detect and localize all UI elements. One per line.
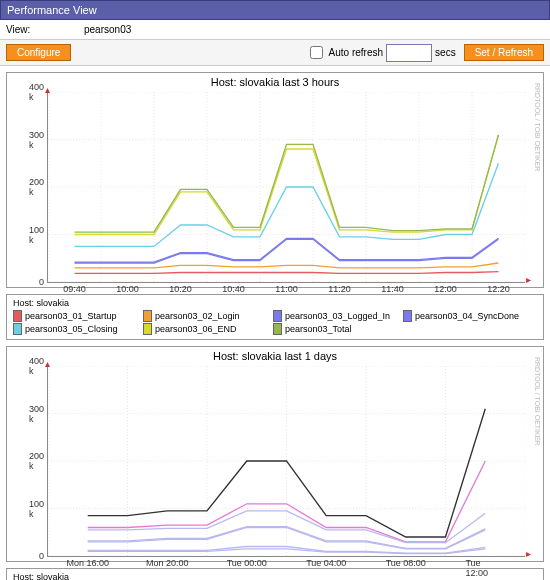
y-tick-label: 300 k	[29, 130, 44, 150]
x-tick-label: 11:40	[381, 284, 404, 294]
toolbar: Configure Auto refresh secs Set / Refres…	[0, 39, 550, 66]
series-line	[75, 135, 499, 235]
x-tick-label: 12:00	[434, 284, 457, 294]
chart-plot: 0100 k200 k300 k400 k09:4010:0010:2010:4…	[47, 92, 525, 283]
legend-swatch	[143, 323, 152, 335]
legend-swatch	[143, 310, 152, 322]
configure-button[interactable]: Configure	[6, 44, 71, 61]
legend-item: pearson03_06_END	[143, 323, 273, 335]
legend-panel: Host: slovakiapearson03_01_Startuppearso…	[6, 568, 544, 580]
view-row: View: pearson03	[0, 20, 550, 39]
legend-item: pearson03_04_SyncDone	[403, 310, 533, 322]
legend-item: pearson03_Total	[273, 323, 403, 335]
legend-swatch	[13, 310, 22, 322]
x-tick-label: Tue 04:00	[306, 558, 346, 568]
legend-label: pearson03_05_Closing	[25, 324, 118, 334]
legend-swatch	[13, 323, 22, 335]
legend-label: pearson03_01_Startup	[25, 311, 117, 321]
y-tick-label: 300 k	[29, 404, 44, 424]
window-titlebar: Performance View	[0, 0, 550, 20]
x-tick-label: 10:40	[222, 284, 245, 294]
chart-plot: 0100 k200 k300 k400 kMon 16:00Mon 20:00T…	[47, 366, 525, 557]
x-tick-label: 10:20	[169, 284, 192, 294]
legend-swatch	[273, 323, 282, 335]
y-tick-label: 200 k	[29, 177, 44, 197]
chart-title: Host: slovakia last 3 hours	[7, 73, 543, 88]
legend-host-label: Host: slovakia	[13, 298, 537, 310]
chart-credit: RRDTOOL / TOBI OETIKER	[534, 83, 541, 171]
view-value: pearson03	[84, 24, 131, 35]
auto-refresh-label: Auto refresh	[329, 47, 383, 58]
chart-credit: RRDTOOL / TOBI OETIKER	[534, 357, 541, 445]
chart-panel: Host: slovakia last 3 hoursRRDTOOL / TOB…	[6, 72, 544, 288]
legend-label: pearson03_Total	[285, 324, 352, 334]
legend-swatch	[273, 310, 282, 322]
y-tick-label: 0	[39, 277, 44, 287]
y-tick-label: 100 k	[29, 499, 44, 519]
series-line	[75, 239, 499, 263]
set-refresh-button[interactable]: Set / Refresh	[464, 44, 544, 61]
series-line	[88, 409, 486, 537]
auto-refresh-checkbox[interactable]	[310, 46, 323, 59]
chart-panel: Host: slovakia last 1 daysRRDTOOL / TOBI…	[6, 346, 544, 562]
y-tick-label: 200 k	[29, 451, 44, 471]
x-tick-label: Tue 00:00	[227, 558, 267, 568]
legend-label: pearson03_04_SyncDone	[415, 311, 519, 321]
secs-label: secs	[435, 47, 456, 58]
legend-item: pearson03_05_Closing	[13, 323, 143, 335]
refresh-secs-input[interactable]	[386, 44, 432, 62]
legend-label: pearson03_02_Login	[155, 311, 240, 321]
legend-item: pearson03_02_Login	[143, 310, 273, 322]
series-line	[88, 528, 486, 549]
y-tick-label: 400 k	[29, 356, 44, 376]
x-tick-label: 10:00	[116, 284, 139, 294]
x-tick-label: Tue 08:00	[386, 558, 426, 568]
view-label: View:	[6, 24, 84, 35]
x-tick-label: Mon 20:00	[146, 558, 189, 568]
legend-label: pearson03_03_Logged_In	[285, 311, 390, 321]
y-tick-label: 0	[39, 551, 44, 561]
legend-host-label: Host: slovakia	[13, 572, 537, 580]
series-line	[75, 272, 499, 274]
chart-title: Host: slovakia last 1 days	[7, 347, 543, 362]
legend-swatch	[403, 310, 412, 322]
legend-item: pearson03_03_Logged_In	[273, 310, 403, 322]
x-tick-label: Tue 12:00	[465, 558, 505, 578]
x-tick-label: Mon 16:00	[66, 558, 109, 568]
x-tick-label: 12:20	[487, 284, 510, 294]
x-tick-label: 11:20	[328, 284, 351, 294]
x-tick-label: 09:40	[63, 284, 86, 294]
legend-label: pearson03_06_END	[155, 324, 237, 334]
series-line	[75, 263, 499, 268]
series-line	[75, 238, 499, 262]
y-tick-label: 400 k	[29, 82, 44, 102]
y-tick-label: 100 k	[29, 225, 44, 245]
x-tick-label: 11:00	[275, 284, 298, 294]
legend-panel: Host: slovakiapearson03_01_Startuppearso…	[6, 294, 544, 340]
legend-item: pearson03_01_Startup	[13, 310, 143, 322]
